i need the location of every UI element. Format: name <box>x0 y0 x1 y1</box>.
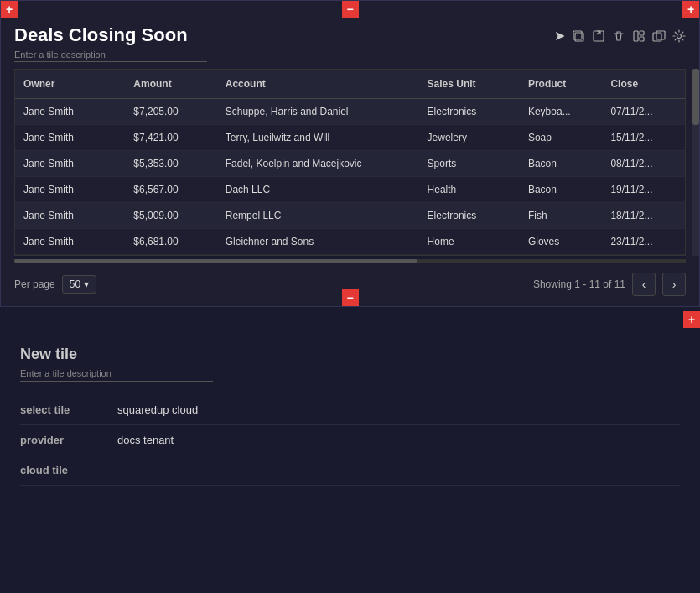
table-row: Jane Smith$5,009.00Rempel LLCElectronics… <box>15 203 685 229</box>
col-header-salesunit[interactable]: Sales Unit <box>419 70 520 99</box>
cell-amount[interactable]: $5,353.00 <box>125 151 216 177</box>
data-table: Owner Amount Account Sales Unit Product … <box>15 70 685 255</box>
row-separator: + <box>0 307 700 332</box>
cell-close[interactable]: 15/11/2... <box>602 125 685 151</box>
chevron-down-icon: ▾ <box>84 278 89 290</box>
cell-sales_unit[interactable]: Jewelery <box>419 125 520 151</box>
table-body: Jane Smith$7,205.00Schuppe, Harris and D… <box>15 99 685 255</box>
svg-rect-5 <box>640 37 644 41</box>
svg-rect-4 <box>640 31 644 35</box>
table-container: Owner Amount Account Sales Unit Product … <box>14 69 686 256</box>
cell-sales_unit[interactable]: Electronics <box>419 99 520 125</box>
widget-title-area: Deals Closing Soon Enter a tile descript… <box>14 24 554 62</box>
provider-value[interactable]: docs tenant <box>117 434 174 446</box>
cloud-tile-label: cloud tile <box>20 464 104 476</box>
copy-icon[interactable] <box>572 29 585 43</box>
cell-account[interactable]: Schuppe, Harris and Daniel <box>217 99 419 125</box>
scrollbar-thumb <box>692 69 699 125</box>
svg-point-8 <box>677 34 682 38</box>
col-header-amount[interactable]: Amount <box>125 70 216 99</box>
table-row: Jane Smith$6,681.00Gleichner and SonsHom… <box>15 229 685 255</box>
scrollbar-thumb-horiz <box>14 259 417 263</box>
showing-text: Showing 1 - 11 of 11 <box>533 278 625 290</box>
cell-product[interactable]: Keyboa... <box>520 99 603 125</box>
cell-account[interactable]: Dach LLC <box>217 177 419 203</box>
provider-label: provider <box>20 434 104 446</box>
add-row-button[interactable]: + <box>683 311 700 328</box>
cell-amount[interactable]: $6,567.00 <box>125 177 216 203</box>
table-row: Jane Smith$7,421.00Terry, Lueilwitz and … <box>15 125 685 151</box>
cell-owner[interactable]: Jane Smith <box>15 177 125 203</box>
layout-icon[interactable] <box>632 29 646 43</box>
export-icon[interactable] <box>592 29 605 43</box>
cell-product[interactable]: Fish <box>520 203 603 229</box>
config-row-select-tile: select tile squaredup cloud <box>20 395 680 425</box>
cell-owner[interactable]: Jane Smith <box>15 203 125 229</box>
separator-line <box>0 320 700 320</box>
cell-owner[interactable]: Jane Smith <box>15 125 125 151</box>
select-tile-label: select tile <box>20 403 104 416</box>
cell-product[interactable]: Gloves <box>520 229 603 255</box>
new-tile-description[interactable]: Enter a tile description <box>20 368 213 382</box>
widget-description[interactable]: Enter a tile description <box>14 49 207 62</box>
col-header-owner[interactable]: Owner <box>15 70 125 99</box>
cell-product[interactable]: Bacon <box>520 151 603 177</box>
col-header-close[interactable]: Close <box>602 70 685 99</box>
cell-sales_unit[interactable]: Sports <box>419 151 520 177</box>
add-btn-top-center[interactable]: − <box>342 1 359 18</box>
cell-account[interactable]: Rempel LLC <box>217 203 419 229</box>
cell-close[interactable]: 19/11/2... <box>602 177 685 203</box>
table-row: Jane Smith$7,205.00Schuppe, Harris and D… <box>15 99 685 125</box>
delete-icon[interactable] <box>612 29 625 43</box>
prev-page-button[interactable]: ‹ <box>632 273 656 296</box>
cell-account[interactable]: Terry, Lueilwitz and Will <box>217 125 419 151</box>
config-row-cloud-tile: cloud tile <box>20 455 680 486</box>
cell-amount[interactable]: $7,205.00 <box>125 99 216 125</box>
table-scroll-wrapper: Owner Amount Account Sales Unit Product … <box>1 69 699 256</box>
new-tile-title: New tile <box>20 346 680 363</box>
cell-owner[interactable]: Jane Smith <box>15 99 125 125</box>
cell-product[interactable]: Soap <box>520 125 603 151</box>
duplicate-icon[interactable] <box>652 29 666 43</box>
per-page-selector: Per page 50 ▾ <box>14 275 96 294</box>
cell-sales_unit[interactable]: Electronics <box>419 203 520 229</box>
scrollbar-track <box>14 259 686 263</box>
widget-toolbar: ➤ <box>554 24 686 44</box>
cell-owner[interactable]: Jane Smith <box>15 151 125 177</box>
next-page-button[interactable]: › <box>662 273 686 296</box>
table-row: Jane Smith$5,353.00Fadel, Koelpin and Ma… <box>15 151 685 177</box>
add-btn-top-left[interactable]: + <box>1 1 18 18</box>
cell-close[interactable]: 08/11/2... <box>602 151 685 177</box>
cell-sales_unit[interactable]: Home <box>419 229 520 255</box>
col-header-account[interactable]: Account <box>217 70 419 99</box>
pagination-info: Showing 1 - 11 of 11 ‹ › <box>533 273 686 296</box>
cell-account[interactable]: Gleichner and Sons <box>217 229 419 255</box>
cell-close[interactable]: 23/11/2... <box>602 229 685 255</box>
per-page-dropdown[interactable]: 50 ▾ <box>62 275 96 294</box>
per-page-value: 50 <box>70 278 80 290</box>
table-row: Jane Smith$6,567.00Dach LLCHealthBacon19… <box>15 177 685 203</box>
vertical-scrollbar[interactable] <box>692 69 699 256</box>
widget-panel: + − + Deals Closing Soon Enter a tile de… <box>0 0 700 307</box>
widget-title: Deals Closing Soon <box>14 24 554 46</box>
config-row-provider: provider docs tenant <box>20 425 680 455</box>
cursor-icon: ➤ <box>554 28 565 44</box>
table-header: Owner Amount Account Sales Unit Product … <box>15 70 685 99</box>
cell-amount[interactable]: $7,421.00 <box>125 125 216 151</box>
settings-icon[interactable] <box>672 29 686 43</box>
col-header-product[interactable]: Product <box>520 70 603 99</box>
cell-amount[interactable]: $5,009.00 <box>125 203 216 229</box>
cell-close[interactable]: 07/11/2... <box>602 99 685 125</box>
new-tile-section: New tile Enter a tile description select… <box>0 332 700 499</box>
cell-sales_unit[interactable]: Health <box>419 177 520 203</box>
cell-owner[interactable]: Jane Smith <box>15 229 125 255</box>
add-btn-top-right[interactable]: + <box>682 1 699 18</box>
cell-amount[interactable]: $6,681.00 <box>125 229 216 255</box>
cell-account[interactable]: Fadel, Koelpin and Macejkovic <box>217 151 419 177</box>
horizontal-scrollbar-area[interactable] <box>14 256 686 263</box>
add-btn-bottom-center[interactable]: − <box>342 289 359 306</box>
cell-close[interactable]: 18/11/2... <box>602 203 685 229</box>
select-tile-value[interactable]: squaredup cloud <box>117 403 198 416</box>
per-page-label: Per page <box>14 278 55 290</box>
cell-product[interactable]: Bacon <box>520 177 603 203</box>
